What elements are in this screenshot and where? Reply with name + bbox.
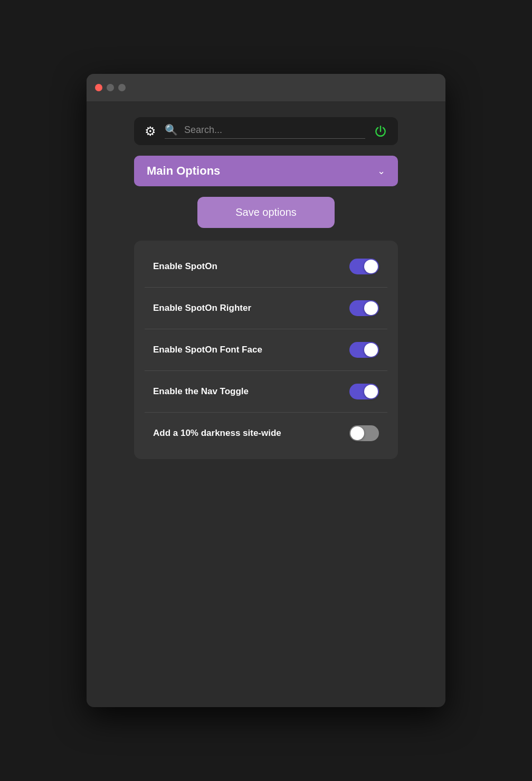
option-label-enable-spoton: Enable SpotOn [153, 261, 217, 272]
option-label-add-darkness: Add a 10% darkness site-wide [153, 428, 281, 439]
maximize-button[interactable] [118, 84, 126, 91]
option-row: Enable SpotOn Righter [145, 287, 387, 329]
titlebar [87, 74, 445, 101]
option-row: Enable the Nav Toggle [145, 370, 387, 412]
toggle-enable-nav-toggle[interactable] [349, 384, 379, 399]
option-row: Enable SpotOn [145, 246, 387, 287]
toggle-add-darkness[interactable] [349, 425, 379, 441]
toggle-enable-spoton-font-face[interactable] [349, 342, 379, 358]
option-label-enable-spoton-font-face: Enable SpotOn Font Face [153, 345, 262, 355]
toggle-enable-spoton[interactable] [349, 259, 379, 274]
chevron-down-icon: ⌄ [377, 165, 385, 177]
main-content: ⚙ 🔍 Main Options ⌄ Save options Enable S… [87, 101, 445, 480]
toggle-enable-spoton-righter[interactable] [349, 300, 379, 316]
power-icon[interactable] [374, 125, 387, 138]
option-label-enable-spoton-righter: Enable SpotOn Righter [153, 303, 251, 313]
minimize-button[interactable] [107, 84, 114, 91]
search-input[interactable] [184, 125, 365, 136]
close-button[interactable] [95, 84, 102, 91]
search-area: 🔍 [165, 123, 365, 139]
search-bar: ⚙ 🔍 [134, 117, 398, 145]
main-options-title: Main Options [147, 164, 220, 178]
gear-icon[interactable]: ⚙ [145, 124, 156, 139]
save-options-button[interactable]: Save options [197, 197, 335, 228]
search-icon: 🔍 [165, 123, 178, 136]
app-window: ⚙ 🔍 Main Options ⌄ Save options Enable S… [87, 74, 445, 707]
option-row: Add a 10% darkness site-wide [145, 412, 387, 454]
option-row: Enable SpotOn Font Face [145, 329, 387, 370]
main-options-header[interactable]: Main Options ⌄ [134, 156, 398, 186]
option-label-enable-nav-toggle: Enable the Nav Toggle [153, 386, 249, 397]
options-panel: Enable SpotOnEnable SpotOn RighterEnable… [134, 241, 398, 459]
